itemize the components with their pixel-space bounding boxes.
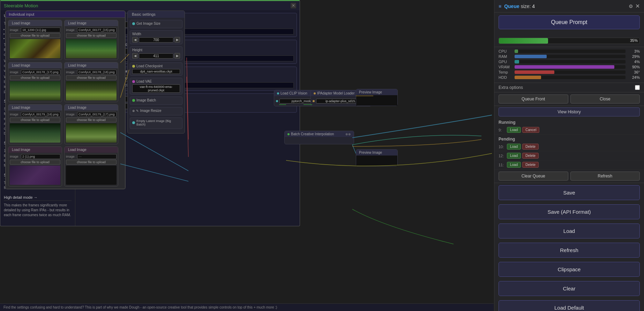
load-btn[interactable]: Load	[499, 223, 640, 238]
thumb-caterpillar-img	[10, 39, 60, 58]
pending-delete-btn-11[interactable]: Delete	[522, 162, 539, 168]
choose-file-btn-2[interactable]: choose file to upload	[66, 33, 117, 38]
steerable-close-btn[interactable]: ✕	[291, 3, 296, 8]
choose-file-btn-4[interactable]: choose file to upload	[66, 75, 117, 80]
image-resize-icons: ⊕ ✎	[132, 109, 139, 113]
load-image-6-body: image ComfyUI_00179_(17).png choose file…	[65, 111, 118, 144]
height-increment-btn[interactable]: ▶	[174, 53, 180, 59]
image-batch-node: Image Batch	[130, 97, 182, 105]
get-image-size-label: Get Image Size	[136, 22, 160, 25]
thumb-5-img	[10, 123, 60, 143]
load-image-5-header: Load Image	[8, 105, 62, 111]
image-resize-label: Image Resize	[140, 109, 162, 113]
load-image-6-header: Load Image	[65, 105, 118, 111]
load-default-btn[interactable]: Load Default	[499, 300, 640, 311]
image-resize-node: ⊕ ✎ Image Resize	[130, 107, 182, 115]
extra-options-checkbox[interactable]	[635, 85, 640, 90]
load-image-8-body: image — choose file to upload	[65, 153, 118, 186]
temp-label: Temp	[499, 70, 512, 74]
clipspace-btn[interactable]: Clipspace	[499, 262, 640, 277]
thumb-3-img	[10, 81, 60, 100]
clear-queue-btn[interactable]: Clear Queue	[499, 172, 568, 181]
save-api-btn[interactable]: Save (API Format)	[499, 204, 640, 219]
stat-row-hdd: HDD 24%	[499, 75, 640, 79]
choose-file-btn-8[interactable]: choose file to upload	[66, 160, 117, 165]
cpu-bar-fill	[515, 50, 518, 53]
load-image-node-5: Load Image image ComfyUI_00179_(16).png …	[8, 104, 62, 144]
queue-front-btn[interactable]: Queue Front	[499, 94, 568, 104]
height-decrement-btn[interactable]: ◀	[132, 53, 138, 59]
save-btn[interactable]: Save	[499, 185, 640, 200]
checkpoint-value: dpit_nam-wool8as.ckpt	[132, 69, 180, 74]
pending-delete-btn-12[interactable]: Delete	[522, 153, 539, 159]
width-label: Width	[132, 32, 141, 36]
thumbnail-5	[10, 123, 60, 143]
view-history-btn[interactable]: View History	[499, 107, 640, 116]
refresh-top-btn[interactable]: Refresh	[570, 172, 640, 181]
queue-prompt-btn[interactable]: Queue Prompt	[499, 15, 640, 29]
clear-btn[interactable]: Clear	[499, 281, 640, 296]
get-image-size-title: Get Image Size	[132, 22, 180, 25]
choose-file-btn-5[interactable]: choose file to upload	[10, 117, 60, 122]
queue-label: Queue	[504, 3, 519, 9]
basic-settings-panel: Basic settings Get Image Size Width ◀ 70…	[127, 10, 185, 134]
queue-size-label: size:	[521, 3, 532, 9]
refresh-btn[interactable]: Refresh	[499, 243, 640, 258]
svg-line-9	[352, 145, 356, 153]
queue-action-row: Queue Front Close	[494, 92, 644, 106]
width-decrement-btn[interactable]: ◀	[132, 37, 138, 43]
connector-icon-batch	[132, 99, 135, 102]
thumb-7-img	[10, 166, 60, 185]
load-image-3-body: image ComfyUI_00178_(17).png choose file…	[8, 68, 62, 102]
connector-icon-interp	[287, 133, 290, 135]
running-load-btn-9[interactable]: Load	[507, 127, 521, 133]
thumbnail-2	[66, 39, 117, 58]
choose-file-btn-6[interactable]: choose file to upload	[66, 117, 117, 122]
load-image-node-8: Load Image image — choose file to upload	[64, 146, 118, 187]
choose-file-btn-3[interactable]: choose file to upload	[10, 75, 60, 80]
temp-val: 36°	[628, 70, 640, 74]
image-label-7: image	[10, 155, 20, 158]
image-batch-label: Image Batch	[136, 98, 156, 102]
preview1-body	[356, 95, 397, 106]
choose-file-btn-7[interactable]: choose file to upload	[10, 160, 60, 165]
load-image-1-header: Load Image	[8, 20, 62, 26]
load-vae-node: Load VAE vae-ft-ms-840000-ema-pruned.ckp…	[130, 78, 182, 94]
queue-prompt-area: Queue Prompt	[494, 13, 644, 35]
load-image-node-6: Load Image image ComfyUI_00179_(17).png …	[64, 104, 118, 144]
ipa-connector	[313, 100, 315, 102]
pending-load-btn-10[interactable]: Load	[507, 144, 521, 150]
thumb-4-img	[66, 81, 117, 100]
width-increment-btn[interactable]: ▶	[174, 37, 180, 43]
canvas-area: Individual input Load Image image 18_120…	[0, 0, 494, 311]
view-history-area: View History	[494, 106, 644, 118]
choose-file-btn-1[interactable]: choose file to upload	[10, 33, 60, 38]
running-cancel-btn-9[interactable]: Cancel	[522, 127, 539, 133]
batch-interp-label: Batch Creative Interpolation	[291, 132, 334, 136]
load-image-3-header: Load Image	[8, 62, 62, 68]
cpu-bar-bg	[515, 50, 626, 53]
preview2-body	[356, 156, 397, 166]
sm-detail-content: This makes the frames significantly more…	[4, 203, 72, 218]
temp-bar-bg	[515, 70, 626, 74]
pending-load-btn-12[interactable]: Load	[507, 153, 521, 159]
load-image-3-label: Load Image	[12, 63, 30, 67]
preview-image-1-node: Preview Image	[356, 89, 398, 106]
settings-gear-btn[interactable]: ⚙	[629, 3, 633, 9]
close-btn[interactable]: Close	[570, 94, 640, 104]
sm-detail-title: High detail mode →	[4, 195, 72, 201]
image-label-8: image	[66, 155, 76, 158]
image-label-2: image	[66, 28, 76, 32]
gpu-label: GPU	[499, 60, 512, 64]
running-section-title: Running	[494, 118, 644, 126]
sidebar-close-btn[interactable]: ✕	[635, 3, 640, 9]
load-image-node-4: Load Image image ComfyUI_00178_(18).png …	[64, 62, 118, 102]
width-node: Width ◀ 700 ▶	[130, 30, 182, 44]
pending-load-btn-11[interactable]: Load	[507, 162, 521, 168]
file-val-1: 18_1200 (11).jpg	[21, 28, 60, 32]
load-image-2-body: image ComfyUI_00177_(15).png choose file…	[65, 26, 118, 60]
clip-connector	[276, 100, 278, 102]
pending-delete-btn-10[interactable]: Delete	[522, 144, 539, 150]
load-image-7-body: image 2 (1).png choose file to upload	[8, 153, 62, 186]
load-image-5-body: image ComfyUI_00179_(16).png choose file…	[8, 111, 62, 144]
